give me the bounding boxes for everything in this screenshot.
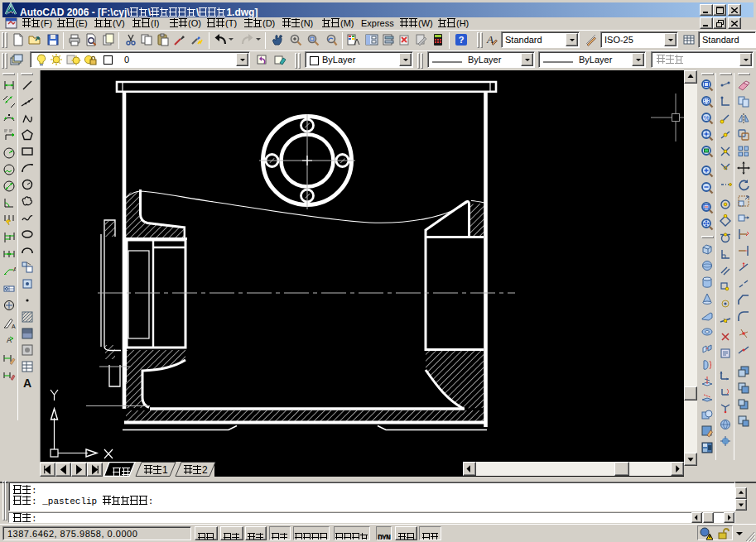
svg-text:%: % bbox=[703, 114, 709, 122]
svg-text:?: ? bbox=[459, 35, 465, 45]
svg-text:A: A bbox=[12, 324, 16, 329]
svg-text:A: A bbox=[23, 377, 31, 390]
svg-text:A: A bbox=[13, 266, 16, 272]
